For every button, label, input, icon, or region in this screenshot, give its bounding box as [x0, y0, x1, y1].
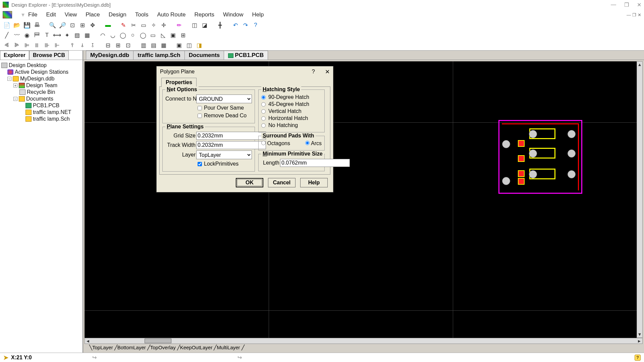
status-help-icon[interactable]: ? [635, 355, 641, 361]
collapse-icon[interactable]: − [13, 97, 17, 101]
3d-shade-icon[interactable]: ◪ [201, 21, 209, 29]
align-right-icon[interactable]: ⊫ [23, 41, 31, 49]
tree-stations[interactable]: Active Design Stations [1, 69, 81, 75]
highlight-icon[interactable]: ✏ [175, 21, 183, 29]
align-bot-icon[interactable]: ⫱ [89, 41, 97, 49]
pour-over-checkbox[interactable] [198, 106, 202, 110]
place-via-icon[interactable]: ⛿ [33, 31, 41, 39]
place-curve-icon[interactable]: 〰 [13, 31, 21, 39]
layer-tab-bottom[interactable]: ╱BottomLayer [114, 345, 147, 351]
menu-design[interactable]: Design [109, 11, 126, 18]
tree-team[interactable]: +Design Team [1, 82, 81, 89]
lock-primitives-checkbox[interactable] [198, 162, 202, 166]
layer-tab-keepout[interactable]: ╱KeepOutLayer [176, 345, 213, 351]
scroll-left-icon[interactable]: ◄ [85, 339, 91, 344]
doc-tab-docs[interactable]: Documents [184, 51, 224, 60]
layer-select[interactable]: TopLayer [196, 150, 252, 159]
minimize-button[interactable]: — [611, 2, 616, 8]
menu-reports[interactable]: Reports [194, 11, 214, 18]
3d-view-icon[interactable]: ◫ [191, 21, 199, 29]
tree-docs[interactable]: −Documents [1, 96, 81, 102]
zoom-in-icon[interactable]: 🔍 [48, 21, 56, 29]
grid-size-input[interactable] [196, 132, 266, 140]
zoom-out-icon[interactable]: 🔎 [58, 21, 66, 29]
arc2-icon[interactable]: ◡ [109, 31, 117, 39]
place-dim-icon[interactable]: ⟷ [53, 31, 61, 39]
group3-icon[interactable]: ⊡ [124, 41, 132, 49]
tab-browse-pcb[interactable]: Browse PCB [29, 51, 69, 60]
align-left-icon[interactable]: ⫷ [3, 41, 11, 49]
place-pad-icon[interactable]: ◉ [23, 31, 31, 39]
hatch-none-radio[interactable] [261, 123, 266, 128]
group1-icon[interactable]: ⊟ [104, 41, 112, 49]
place-coord-icon[interactable]: ✦ [63, 31, 71, 39]
space-h-icon[interactable]: ⊪ [43, 41, 51, 49]
tree-root[interactable]: Design Desktop [1, 62, 81, 69]
dialog-close-icon[interactable]: ✕ [325, 68, 330, 75]
ok-button[interactable]: OK [236, 178, 263, 187]
track-width-input[interactable] [196, 141, 266, 149]
region-icon[interactable]: ▣ [169, 31, 177, 39]
move-icon[interactable]: ✛ [160, 21, 168, 29]
redo-icon[interactable]: ↷ [241, 21, 250, 29]
horizontal-scrollbar[interactable]: ◄ ► [85, 338, 643, 344]
mdi-restore[interactable]: ❐ [632, 12, 636, 17]
mdi-minimize[interactable]: — [627, 12, 631, 17]
maximize-button[interactable]: ❐ [624, 2, 629, 8]
undo-icon[interactable]: ↶ [231, 21, 239, 29]
save-icon[interactable]: 💾 [23, 21, 31, 29]
menu-window[interactable]: Window [223, 11, 243, 18]
menu-edit[interactable]: Edit [46, 11, 56, 18]
menu-place[interactable]: Place [86, 11, 100, 18]
comp6-icon[interactable]: ◨ [195, 41, 203, 49]
wand-icon[interactable]: ✎ [119, 21, 127, 29]
poly-icon[interactable]: ◺ [159, 31, 167, 39]
deselect-icon[interactable]: ✧ [150, 21, 158, 29]
rect-icon[interactable]: ▭ [149, 31, 157, 39]
doc-tab-pcb[interactable]: PCB1.PCB [224, 51, 268, 60]
print-icon[interactable]: 🖶 [33, 21, 41, 29]
help-button[interactable]: Help [300, 178, 328, 187]
dialog-tab-properties[interactable]: Properties [161, 78, 197, 87]
cancel-button[interactable]: Cancel [268, 178, 296, 187]
select-rect-icon[interactable]: ▭ [140, 21, 148, 29]
tab-explorer[interactable]: Explorer [0, 51, 29, 60]
scroll-thumb[interactable] [145, 339, 171, 343]
layer-tab-multi[interactable]: ╱MultiLayer ╱ [213, 345, 245, 351]
dist-h-icon[interactable]: ⫼ [33, 41, 41, 49]
menu-autoroute[interactable]: Auto Route [157, 11, 185, 18]
length-input[interactable] [280, 159, 350, 167]
tree-bin[interactable]: Recycle Bin [1, 89, 81, 96]
place-fill-icon[interactable]: ▨ [73, 31, 81, 39]
scroll-down-icon[interactable]: ▼ [637, 331, 642, 338]
comp3-icon[interactable]: ▦ [160, 41, 168, 49]
tree-file-pcb[interactable]: PCB1.PCB [1, 102, 81, 109]
tree-file-sch[interactable]: traffic lamp.Sch [1, 116, 81, 122]
close-button[interactable]: ✕ [637, 2, 641, 8]
doc-tab-ddb[interactable]: MyDesign.ddb [86, 51, 133, 60]
open-icon[interactable]: 📂 [13, 21, 21, 29]
circle-icon[interactable]: ○ [129, 31, 137, 39]
new-icon[interactable]: 📄 [3, 21, 11, 29]
align-mid-icon[interactable]: ⫰ [78, 41, 87, 49]
comp1-icon[interactable]: ▥ [140, 41, 148, 49]
place-text-icon[interactable]: T [43, 31, 51, 39]
zoom-window-icon[interactable]: ⊡ [68, 21, 76, 29]
layer-tab-top[interactable]: ╲TopLayer [89, 345, 114, 351]
tree-file-net[interactable]: traffic lamp.NET [1, 109, 81, 116]
arcs-radio[interactable] [305, 141, 310, 145]
place-line-icon[interactable]: ╱ [3, 31, 11, 39]
hatch-horizontal-radio[interactable] [261, 116, 266, 121]
expand-icon[interactable]: + [13, 83, 17, 87]
grid-icon[interactable]: ╋ [216, 21, 224, 29]
place-hatch-icon[interactable]: ▦ [83, 31, 91, 39]
space2-icon[interactable]: ⊩ [53, 41, 61, 49]
array-icon[interactable]: ⊞ [179, 31, 187, 39]
doc-tab-sch[interactable]: traffic lamp.Sch [133, 51, 185, 60]
remove-dead-checkbox[interactable] [198, 114, 202, 118]
align-center-h-icon[interactable]: ⫸ [13, 41, 21, 49]
arc1-icon[interactable]: ◠ [99, 31, 107, 39]
menu-help[interactable]: Help [252, 11, 264, 18]
zoom-pan-icon[interactable]: ✥ [89, 21, 97, 29]
mdi-close[interactable]: ✕ [638, 12, 641, 17]
